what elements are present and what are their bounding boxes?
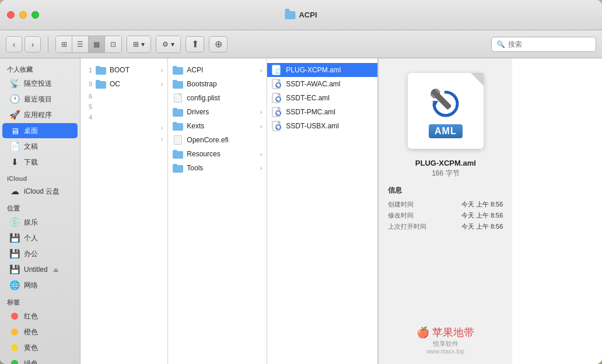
column-0: 1 BOOT › 9 OC › 6: [80, 58, 168, 364]
list-item[interactable]: PLUG-XCPM.aml: [267, 63, 377, 77]
aml-file-icon: [272, 121, 282, 131]
preview-created-label: 创建时间: [388, 200, 414, 209]
sidebar-section-locations: 位置: [0, 200, 80, 214]
sidebar: 个人收藏 📡 隔空投送 🕐 最近项目 🚀 应用程序 🖥 桌面 📄 文稿: [0, 58, 80, 364]
titlebar-center: ACPI: [285, 10, 317, 19]
list-item[interactable]: OpenCore.efi: [168, 133, 267, 147]
list-item[interactable]: Bootstrap: [168, 77, 267, 91]
arrow-icon: ›: [260, 109, 262, 116]
list-item: 4: [80, 112, 167, 123]
col-num: 1: [85, 66, 92, 74]
action-dropdown-icon: ▾: [171, 40, 174, 48]
sidebar-section-favorites: 个人收藏: [0, 61, 80, 75]
sidebar-label-recents: 最近项目: [24, 94, 52, 104]
maximize-button[interactable]: [32, 11, 39, 19]
item-label: SSDT-PMC.aml: [286, 108, 373, 116]
view-list-button[interactable]: ☰: [72, 36, 89, 52]
list-item[interactable]: Resources ›: [168, 147, 267, 161]
arrow-icon: ›: [161, 67, 163, 74]
sidebar-item-icloud[interactable]: ☁ iCloud 云盘: [2, 184, 78, 199]
sidebar-item-downloads[interactable]: ⬇ 下载: [2, 155, 78, 170]
sidebar-item-airdrop[interactable]: 📡 隔空投送: [2, 76, 78, 91]
view-icon-button[interactable]: ⊞: [56, 36, 72, 52]
item-label: ACPI: [187, 66, 257, 74]
icloud-icon: ☁: [9, 186, 20, 197]
sidebar-label-personal: 个人: [24, 233, 38, 243]
sidebar-item-yellow[interactable]: 黄色: [2, 340, 78, 355]
list-item: 6: [80, 91, 167, 102]
nav-buttons: ‹ ›: [6, 36, 41, 52]
arrange-button[interactable]: ⊞ ▾: [127, 36, 150, 52]
list-item[interactable]: SSDT-PMC.aml: [267, 105, 377, 119]
list-item[interactable]: SSDT-EC.aml: [267, 91, 377, 105]
sidebar-item-apps[interactable]: 🚀 应用程序: [2, 107, 78, 123]
item-label: Drivers: [187, 108, 257, 116]
preview-modified-label: 修改时间: [388, 211, 414, 220]
sidebar-item-red[interactable]: 红色: [2, 309, 78, 324]
list-item[interactable]: SSDT-USBX.aml: [267, 119, 377, 133]
close-button[interactable]: [7, 11, 15, 19]
share-button[interactable]: ⬆: [186, 36, 204, 52]
list-item[interactable]: Kexts ›: [168, 119, 267, 133]
item-label: SSDT-AWAC.aml: [286, 80, 373, 88]
sidebar-item-untitled[interactable]: 💾 Untitled ⏏: [2, 262, 78, 277]
list-item[interactable]: 9 OC ›: [80, 77, 167, 91]
arrow-icon: ›: [260, 123, 262, 130]
sidebar-item-desktop[interactable]: 🖥 桌面: [2, 123, 78, 138]
action-button[interactable]: ⚙ ▾: [156, 36, 180, 52]
sidebar-item-recents[interactable]: 🕐 最近项目: [2, 92, 78, 107]
sidebar-label-downloads: 下载: [24, 158, 38, 167]
item-label: config.plist: [187, 94, 262, 102]
sidebar-item-entertainment[interactable]: 💿 娱乐: [2, 215, 78, 230]
list-item[interactable]: ACPI ›: [168, 63, 267, 77]
view-gallery-button[interactable]: ⊡: [105, 36, 121, 52]
folder-icon: [173, 149, 183, 159]
col-num: 4: [85, 114, 92, 121]
sidebar-item-personal[interactable]: 💾 个人: [2, 230, 78, 246]
sidebar-item-documents[interactable]: 📄 文稿: [2, 139, 78, 154]
action-group: ⚙ ▾: [156, 36, 181, 53]
sidebar-label-documents: 文稿: [24, 142, 38, 152]
eject-icon[interactable]: ⏏: [53, 267, 58, 273]
list-item[interactable]: Drivers ›: [168, 105, 267, 119]
list-item[interactable]: config.plist: [168, 91, 267, 105]
list-item[interactable]: 1 BOOT ›: [80, 63, 167, 77]
folder-icon: [173, 163, 183, 173]
forward-button[interactable]: ›: [24, 36, 41, 52]
svg-marker-9: [278, 93, 280, 96]
sidebar-item-orange[interactable]: 橙色: [2, 324, 78, 340]
sidebar-item-network[interactable]: 🌐 网络: [2, 278, 78, 293]
back-button[interactable]: ‹: [6, 36, 22, 52]
minimize-button[interactable]: [19, 11, 27, 19]
airdrop-icon: 📡: [9, 78, 20, 89]
item-label: PLUG-XCPM.aml: [286, 66, 373, 74]
aml-file-icon: [272, 79, 282, 89]
expand-indicator: ›: [80, 123, 167, 134]
sidebar-label-red: 红色: [24, 312, 38, 321]
tag-button[interactable]: ⊕: [209, 36, 228, 52]
preview-modified-row: 修改时间 今天 上午 8:56: [388, 211, 503, 220]
sidebar-label-green: 绿色: [24, 359, 38, 365]
svg-marker-1: [278, 65, 280, 68]
sidebar-section-tags: 标签: [0, 293, 80, 308]
folder-icon: [173, 65, 183, 75]
finder-window: ACPI ‹ › ⊞ ☰ ▦ ⊡: [0, 0, 602, 364]
list-item[interactable]: SSDT-AWAC.aml: [267, 77, 377, 91]
sidebar-item-office[interactable]: 💾 办公: [2, 246, 78, 261]
item-label: Tools: [187, 164, 257, 172]
sidebar-label-airdrop: 隔空投送: [24, 79, 52, 89]
back-icon: ‹: [13, 40, 16, 49]
sidebar-section-icloud: iCloud: [0, 170, 80, 183]
item-label: Resources: [187, 150, 257, 158]
search-bar[interactable]: 🔍: [491, 37, 596, 52]
tools-svg: [425, 83, 466, 124]
folder-icon: [96, 79, 106, 89]
folder-icon: [173, 107, 183, 117]
list-item[interactable]: Tools ›: [168, 161, 267, 175]
search-input[interactable]: [508, 40, 591, 48]
folder-icon: [96, 65, 106, 75]
sidebar-item-green[interactable]: 绿色: [2, 356, 78, 364]
main-content: 个人收藏 📡 隔空投送 🕐 最近项目 🚀 应用程序 🖥 桌面 📄 文稿: [0, 58, 602, 364]
view-column-button[interactable]: ▦: [89, 36, 105, 52]
preview-created-row: 创建时间 今天 上午 8:56: [388, 200, 503, 209]
